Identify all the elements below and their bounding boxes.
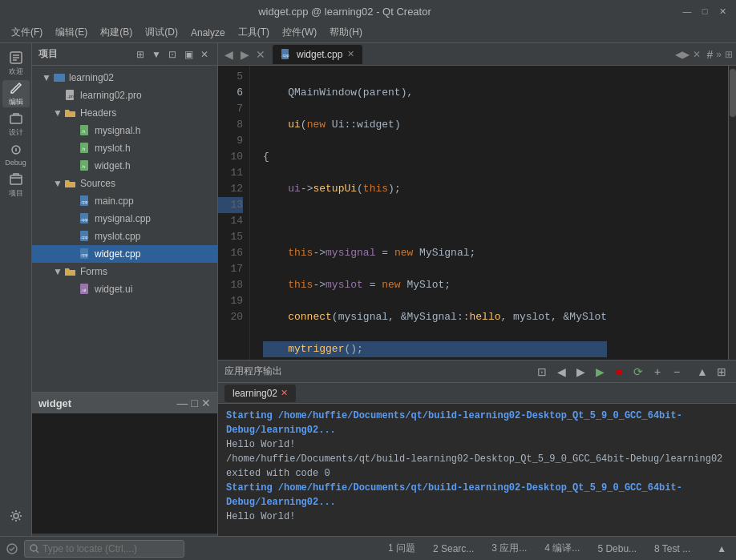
- output-menu-btn[interactable]: ⊞: [714, 365, 730, 378]
- nav-fwd-btn[interactable]: ▶: [237, 48, 252, 61]
- menu-build[interactable]: 构建(B): [94, 23, 139, 42]
- editor-hash-btn[interactable]: #: [707, 48, 714, 61]
- status-tab-compile[interactable]: 4 编译...: [536, 540, 588, 557]
- tree-item-widget-h[interactable]: ▶ .h widget.h: [32, 157, 217, 175]
- tree-item-main-cpp[interactable]: ▶ .cpp main.cpp: [32, 192, 217, 210]
- menu-analyze[interactable]: Analyze: [184, 25, 232, 41]
- output-prev-btn[interactable]: ◀: [553, 365, 569, 378]
- output-rebuild-btn[interactable]: ⟳: [630, 365, 646, 378]
- svg-rect-1: [10, 115, 22, 123]
- status-search-box[interactable]: [24, 540, 184, 558]
- panel-filter-btn[interactable]: ⊞: [134, 49, 147, 60]
- svg-point-4: [14, 514, 18, 518]
- panel-filter2-btn[interactable]: ▼: [150, 49, 163, 60]
- close-button[interactable]: ✕: [717, 6, 728, 17]
- tree-item-mysignal-cpp[interactable]: ▶ .cpp mysignal.cpp: [32, 210, 217, 228]
- status-up-icon[interactable]: ▲: [717, 543, 726, 554]
- widget-panel-minimize[interactable]: —: [177, 397, 188, 409]
- code-line-5: QMainWindow(parent),: [263, 85, 607, 101]
- status-tab-problems[interactable]: 1 问题: [380, 540, 423, 557]
- tree-item-forms-folder[interactable]: ▼ Forms: [32, 263, 217, 280]
- minimize-button[interactable]: —: [681, 6, 693, 17]
- ln-13: 13: [218, 197, 243, 213]
- output-feed-btn[interactable]: ⊡: [534, 365, 550, 378]
- menu-file[interactable]: 文件(F): [5, 23, 49, 42]
- code-line-6: ui(new Ui::widget): [263, 117, 607, 133]
- status-tab-search[interactable]: 2 Searc...: [425, 542, 482, 556]
- status-tab-debug[interactable]: 5 Debu...: [589, 542, 645, 556]
- editor-tab-widget-cpp[interactable]: .cpp widget.cpp ✕: [273, 45, 362, 64]
- tree-item-widget-ui[interactable]: ▶ .ui widget.ui: [32, 280, 217, 298]
- status-left: [6, 540, 362, 558]
- nav-back-btn[interactable]: ◀: [221, 48, 236, 61]
- menu-help[interactable]: 帮助(H): [323, 23, 369, 42]
- output-up-btn[interactable]: ▲: [694, 365, 710, 378]
- tree-item-label: mysignal.cpp: [95, 213, 151, 224]
- nav-close-btn[interactable]: ✕: [253, 48, 268, 61]
- svg-point-28: [30, 545, 37, 551]
- menu-widgets[interactable]: 控件(W): [276, 23, 323, 42]
- output-run-btn[interactable]: ▶: [592, 365, 608, 378]
- svg-rect-3: [10, 175, 22, 184]
- sidebar-item-design[interactable]: 设计: [2, 111, 30, 138]
- file-tree: ▼ learning02 ▶ .pro learning02.pro ▼ Hea…: [32, 66, 217, 392]
- panel-expand-btn[interactable]: ▣: [182, 49, 195, 60]
- panel-close-file-btn[interactable]: ✕: [198, 49, 211, 60]
- tree-item-label: main.cpp: [95, 195, 134, 207]
- tree-item-headers-folder[interactable]: ▼ Headers: [32, 104, 217, 122]
- tree-item-myslot-h[interactable]: ▶ .h myslot.h: [32, 139, 217, 157]
- sidebar-item-edit[interactable]: 编辑: [2, 80, 30, 107]
- output-minus-btn[interactable]: −: [669, 365, 685, 378]
- ln-19: 19: [218, 293, 243, 309]
- maximize-button[interactable]: □: [699, 6, 710, 17]
- panel-chain-btn[interactable]: ⊡: [166, 49, 179, 60]
- pro-file-icon: .pro: [64, 89, 77, 102]
- code-line-9: [263, 213, 607, 229]
- editor-split-btn[interactable]: ◀▶: [675, 49, 689, 60]
- code-editor[interactable]: 5 6 7 8 9 10 11 12 13 14 15 16 17 18 19 …: [218, 66, 736, 360]
- widget-panel-close[interactable]: ✕: [201, 397, 211, 409]
- tree-item-sources-folder[interactable]: ▼ Sources: [32, 175, 217, 192]
- status-tab-app-output[interactable]: 3 应用...: [483, 540, 535, 557]
- tree-item-widget-cpp[interactable]: ▶ .cpp widget.cpp: [32, 245, 217, 263]
- output-plus-btn[interactable]: +: [649, 365, 665, 378]
- output-tab-close[interactable]: ✕: [281, 388, 288, 398]
- output-toolbar: ⊡ ◀ ▶ ▶ ■ ⟳ + − ▲ ⊞: [534, 365, 730, 378]
- output-tab-learning02[interactable]: learning02 ✕: [224, 385, 296, 402]
- sidebar-icons: 欢迎 编辑 设计 Debug 项目: [0, 43, 32, 536]
- tab-close-btn[interactable]: ✕: [347, 49, 354, 59]
- menu-debug[interactable]: 调试(D): [139, 23, 184, 42]
- sidebar-label-edit: 编辑: [9, 97, 23, 107]
- search-input[interactable]: [42, 543, 163, 554]
- tree-item-label: Forms: [80, 266, 107, 277]
- editor-more-btn[interactable]: »: [716, 49, 722, 60]
- editor-pin-btn[interactable]: ⊞: [725, 49, 733, 60]
- editor-scrollbar-thumb[interactable]: [730, 69, 736, 117]
- ln-20: 20: [218, 309, 243, 325]
- sidebar-item-welcome[interactable]: 欢迎: [2, 50, 30, 77]
- cpp-file-icon4: .cpp: [79, 248, 91, 260]
- tree-item-project-root[interactable]: ▼ learning02: [32, 69, 217, 87]
- status-right: ▲: [717, 543, 730, 554]
- svg-text:.cpp: .cpp: [80, 235, 88, 240]
- tree-item-label: myslot.h: [95, 143, 131, 154]
- output-next-btn[interactable]: ▶: [572, 365, 588, 378]
- tree-item-pro-file[interactable]: ▶ .pro learning02.pro: [32, 87, 217, 104]
- editor-scrollbar[interactable]: [728, 66, 736, 360]
- sidebar-item-settings[interactable]: [2, 502, 30, 530]
- sidebar-item-project[interactable]: 项目: [2, 171, 30, 199]
- tree-item-myslot-cpp[interactable]: ▶ .cpp myslot.cpp: [32, 228, 217, 245]
- widget-panel-maximize[interactable]: □: [192, 397, 198, 409]
- output-stop-btn[interactable]: ■: [611, 365, 627, 378]
- file-panel-title: 项目: [38, 47, 58, 61]
- menu-tools[interactable]: 工具(T): [232, 23, 276, 42]
- editor-nav: ◀ ▶ ✕: [221, 48, 268, 61]
- sources-folder-icon: [64, 177, 77, 190]
- code-line-12: connect(mysignal, &MySignal::hello, mysl…: [263, 309, 607, 325]
- sidebar-item-debug[interactable]: Debug: [2, 141, 30, 168]
- tree-item-mysignal-h[interactable]: ▶ .h mysignal.h: [32, 122, 217, 139]
- code-line-13: mytrigger();: [263, 341, 607, 357]
- editor-close-btn[interactable]: ✕: [693, 49, 701, 60]
- status-tab-test[interactable]: 8 Test ...: [646, 542, 698, 556]
- menu-edit[interactable]: 编辑(E): [49, 23, 94, 42]
